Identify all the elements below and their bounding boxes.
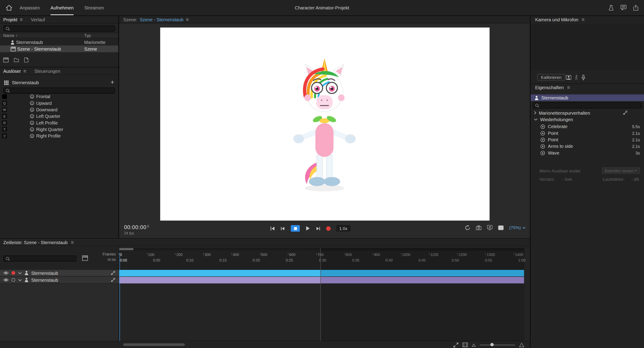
tab-aufnehmen[interactable]: Aufnehmen (50, 0, 74, 15)
selected-puppet-row[interactable]: Sternenstaub (531, 94, 644, 101)
chevron-down-icon[interactable] (18, 272, 22, 274)
column-type[interactable]: Typ (84, 33, 91, 38)
tab-ausloeser[interactable]: Auslöser (3, 68, 21, 73)
trigger-key-badge[interactable]: T (2, 127, 7, 132)
trigger-row[interactable]: Frontal (0, 94, 118, 100)
body-tracking-icon[interactable] (574, 74, 578, 80)
scene-canvas[interactable] (160, 28, 490, 220)
trigger-key-badge[interactable]: W (2, 107, 7, 112)
replay-row[interactable]: Point 2.1s (531, 130, 644, 136)
share-export-icon[interactable] (633, 5, 638, 10)
playhead[interactable] (120, 252, 120, 341)
trigger-key-badge[interactable] (2, 94, 7, 99)
zoom-in-mountain-icon[interactable] (519, 343, 524, 347)
trigger-key-badge[interactable]: R (2, 120, 7, 125)
track-behavior-icon[interactable] (111, 278, 115, 282)
scene-name-link[interactable]: Szene - Sternenstaub (140, 17, 184, 22)
zoom-out-mountain-icon[interactable] (472, 343, 476, 346)
play-circle-icon[interactable] (540, 144, 545, 148)
frames-view-icon[interactable] (462, 343, 468, 347)
properties-search-input[interactable] (533, 102, 642, 108)
project-search-input[interactable] (3, 26, 115, 32)
trigger-row[interactable]: Q Upward (0, 100, 118, 106)
replay-row[interactable]: Wave 3s (531, 150, 644, 156)
trigger-key-badge[interactable]: Y (2, 134, 7, 138)
tab-projekt[interactable]: Projekt (3, 17, 18, 22)
fit-timeline-icon[interactable] (454, 342, 458, 347)
section-replays[interactable]: Wiederholungen (531, 116, 644, 123)
trigger-end-dropdown[interactable]: Beenden lassen (602, 168, 640, 174)
timeline-panel-menu-icon[interactable]: ≡ (71, 240, 74, 244)
take-bar-blue[interactable] (119, 270, 524, 276)
playback-speed-button[interactable]: 1.0x (336, 225, 350, 232)
step-forward-icon[interactable] (316, 226, 320, 231)
work-area-divider[interactable] (320, 248, 321, 341)
take-bar-purple[interactable] (119, 277, 524, 283)
column-name[interactable]: Name (3, 33, 14, 38)
loop-icon[interactable] (465, 225, 470, 230)
project-row-scene[interactable]: Szene - Sternenstaub Szene (0, 46, 118, 52)
play-circle-icon[interactable] (540, 150, 545, 155)
trigger-key-badge[interactable]: Q (2, 100, 7, 106)
feedback-chat-icon[interactable] (620, 5, 626, 10)
record-arm-icon[interactable] (12, 278, 15, 282)
tab-anpassen[interactable]: Anpassen (20, 0, 40, 15)
record-button[interactable] (326, 226, 330, 231)
camera-panel-menu-icon[interactable]: ≡ (582, 17, 585, 22)
tab-steuerungen[interactable]: Steuerungen (34, 68, 60, 73)
new-item-icon[interactable] (24, 58, 28, 62)
triggers-search-input[interactable] (3, 88, 115, 94)
tab-verlauf[interactable]: Verlauf (31, 17, 45, 22)
chevron-down-icon[interactable] (18, 278, 22, 281)
replay-row[interactable]: Point 2.1s (531, 136, 644, 143)
track-behavior-icon[interactable] (111, 271, 115, 275)
trigger-row[interactable]: R Left Profile (0, 120, 118, 126)
timeline-zoom-scrollbar[interactable] (119, 248, 524, 250)
replay-row[interactable]: Arms to side 2.1s (531, 143, 644, 149)
replay-row[interactable]: Celebrate 5.5s (531, 123, 644, 130)
insert-take-icon[interactable] (82, 256, 88, 261)
webcam-face-icon[interactable] (566, 75, 572, 80)
section-behavior[interactable]: Marionettenspurverhalten (531, 110, 644, 116)
step-back-icon[interactable] (280, 226, 285, 231)
play-circle-icon[interactable] (540, 138, 545, 142)
external-monitor-icon[interactable] (487, 225, 492, 230)
horizontal-scrollbar-thumb[interactable] (123, 343, 185, 346)
add-trigger-button[interactable]: + (110, 78, 114, 85)
snapshot-camera-icon[interactable] (476, 225, 482, 230)
timeline-zoom-scrollbar-thumb[interactable] (119, 248, 134, 250)
behavior-icon[interactable] (623, 110, 628, 115)
trigger-row[interactable]: W Downward (0, 106, 118, 113)
project-panel-menu-icon[interactable]: ≡ (20, 17, 22, 22)
trigger-key-badge[interactable]: E (2, 114, 7, 119)
zoom-level-dropdown[interactable]: (75%) (509, 225, 526, 230)
tab-streamen[interactable]: Streamen (84, 0, 104, 15)
record-arm-icon[interactable] (12, 271, 15, 275)
project-column-headers[interactable]: Name ↑ Typ (0, 33, 118, 38)
triggers-panel-menu-icon[interactable]: ≡ (23, 68, 26, 73)
play-circle-icon[interactable] (540, 131, 545, 135)
new-folder-icon[interactable] (14, 58, 19, 62)
microphone-icon[interactable] (582, 74, 585, 80)
stop-button[interactable] (291, 225, 300, 232)
home-icon[interactable] (6, 5, 12, 10)
beta-flask-icon[interactable] (608, 5, 614, 10)
track-header[interactable]: Sternenstaub (0, 270, 119, 276)
play-button[interactable] (306, 226, 310, 231)
timeline-zoom-slider[interactable] (480, 341, 515, 348)
project-row-puppet[interactable]: Sternenstaub Marionette (0, 39, 118, 46)
scene-panel-menu-icon[interactable]: ≡ (186, 17, 189, 22)
play-circle-icon[interactable] (540, 124, 545, 129)
trigger-row[interactable]: T Right Quarter (0, 126, 118, 132)
properties-panel-menu-icon[interactable]: ≡ (567, 85, 570, 90)
eye-icon[interactable] (3, 278, 9, 282)
background-color-toggle[interactable] (498, 225, 504, 230)
new-scene-icon[interactable] (3, 58, 9, 62)
trigger-row[interactable]: Y Right Profile (0, 132, 118, 139)
eye-icon[interactable] (3, 271, 9, 275)
timeline-search-input[interactable] (3, 256, 76, 262)
calibrate-button[interactable]: Kalibrieren (537, 74, 565, 80)
trigger-row[interactable]: E Left Quarter (0, 113, 118, 119)
timeline-ruler[interactable]: 0 100 200 300 400 500 600 700 800 900 10… (119, 248, 524, 270)
skip-to-start-icon[interactable] (270, 226, 275, 231)
